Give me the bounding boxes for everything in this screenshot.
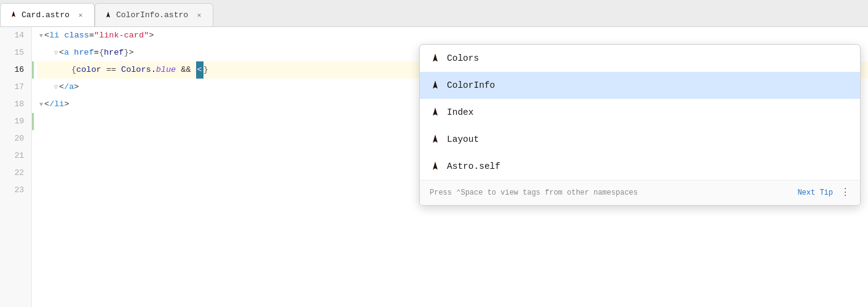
ln-18: 18 xyxy=(0,96,24,113)
code-content-14: ▼<li class="link-card"> xyxy=(39,27,154,45)
ac-label-layout: Layout xyxy=(447,131,479,148)
code-content-17: ▽</a> xyxy=(54,79,79,96)
astro-icon-layout xyxy=(430,134,441,145)
ac-label-index: Index xyxy=(447,104,474,121)
tab-card-astro-close[interactable]: ✕ xyxy=(76,10,85,20)
ac-item-colors[interactable]: Colors xyxy=(420,45,860,72)
ac-item-index[interactable]: Index xyxy=(420,99,860,126)
tab-card-astro[interactable]: Card.astro ✕ xyxy=(0,3,95,26)
gutter-bar-line16 xyxy=(32,61,34,79)
ac-footer-next-tip[interactable]: Next Tip xyxy=(797,184,833,201)
ac-footer-more[interactable]: ⋮ xyxy=(840,184,850,201)
tab-colorinfo-astro[interactable]: ColorInfo.astro ✕ xyxy=(95,3,213,26)
gutter-bar-line19 xyxy=(32,113,34,130)
astro-icon-colorinfo xyxy=(430,80,441,91)
astro-icon-colors xyxy=(430,53,441,64)
astro-icon-tab2 xyxy=(104,11,112,20)
code-content-16: {color == Colors.blue && <} xyxy=(71,61,208,79)
ac-item-colorinfo[interactable]: ColorInfo xyxy=(420,72,860,99)
tab-bar: Card.astro ✕ ColorInfo.astro ✕ xyxy=(0,0,868,27)
ac-label-colors: Colors xyxy=(447,50,479,67)
astro-icon-tab1 xyxy=(9,10,18,19)
code-line-14: ▼<li class="link-card"> xyxy=(37,27,868,44)
code-content-18: ▼</li> xyxy=(39,96,69,114)
ac-label-colorinfo: ColorInfo xyxy=(447,77,495,94)
ac-item-layout[interactable]: Layout xyxy=(420,126,860,153)
ln-14: 14 xyxy=(0,27,24,44)
code-area[interactable]: ▼<li class="link-card"> ▽<a href={href}>… xyxy=(32,27,868,307)
ln-21: 21 xyxy=(0,147,24,165)
ac-item-astroself[interactable]: Astro.self xyxy=(420,153,860,180)
autocomplete-dropdown: Colors ColorInfo xyxy=(419,44,861,206)
ac-footer-hint: Press ⌃Space to view tags from other nam… xyxy=(430,184,637,201)
ln-17: 17 xyxy=(0,79,24,96)
tab-colorinfo-astro-label: ColorInfo.astro xyxy=(116,10,188,20)
ln-16: 16 xyxy=(0,61,24,79)
tab-card-astro-label: Card.astro xyxy=(22,10,69,20)
ln-22: 22 xyxy=(0,165,24,182)
astro-icon-astroself xyxy=(430,161,441,172)
ln-23: 23 xyxy=(0,182,24,199)
ac-label-astroself: Astro.self xyxy=(447,158,500,175)
ln-19: 19 xyxy=(0,113,24,130)
ac-footer: Press ⌃Space to view tags from other nam… xyxy=(420,180,860,205)
line-numbers: 14 15 16 17 18 19 20 21 22 23 xyxy=(0,27,32,307)
tab-colorinfo-astro-close[interactable]: ✕ xyxy=(194,10,204,20)
code-content-15: ▽<a href={href}> xyxy=(54,44,134,62)
editor-container: 14 15 16 17 18 19 20 21 22 23 ▼<li class… xyxy=(0,27,868,307)
ln-15: 15 xyxy=(0,44,24,61)
ln-20: 20 xyxy=(0,130,24,147)
astro-icon-index xyxy=(430,107,441,118)
